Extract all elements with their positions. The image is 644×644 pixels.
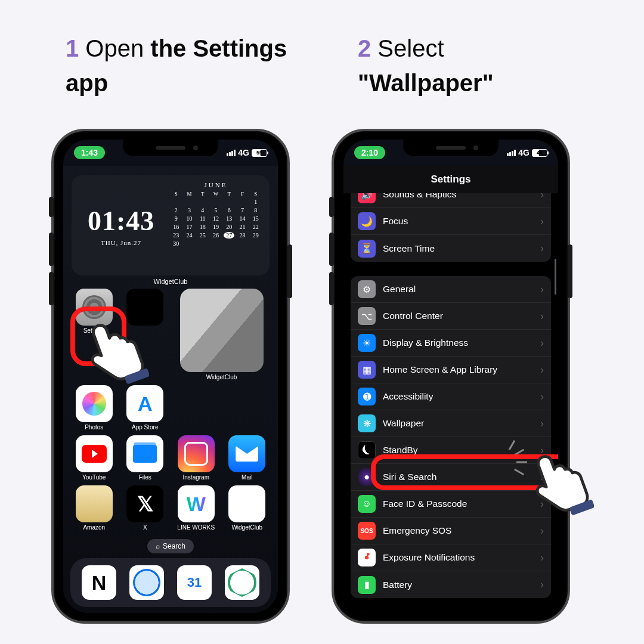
network-label: 4G (518, 148, 530, 157)
chevron-right-icon: › (540, 552, 544, 564)
app-wallet[interactable] (123, 289, 168, 380)
settings-row-general[interactable]: ⚙General› (351, 276, 551, 303)
row-label: Exposure Notifications (383, 552, 533, 563)
notch (403, 140, 499, 156)
row-label: Sounds & Haptics (383, 193, 533, 200)
display-icon: ☀ (358, 334, 376, 352)
row-label: Display & Brightness (383, 338, 533, 348)
settings-row-exposure[interactable]: Exposure Notifications› (351, 544, 551, 571)
control-icon: ⌥ (358, 307, 376, 325)
row-label: Control Center (383, 311, 533, 321)
clock-calendar-widget[interactable]: 01:43 THU, Jun.27 JUNE SMTWTFS1234567891… (72, 175, 270, 275)
chevron-right-icon: › (540, 471, 544, 484)
settings-row-control[interactable]: ⌥Control Center› (351, 303, 551, 330)
chevron-right-icon: › (540, 417, 544, 430)
dock-app-safari[interactable] (129, 565, 164, 600)
row-label: Home Screen & App Library (383, 364, 533, 375)
click-rays-icon (495, 447, 525, 477)
youtube-icon (76, 435, 113, 472)
settings-row-screentime[interactable]: ⏳Screen Time› (351, 235, 551, 262)
home-screen: 01:43 THU, Jun.27 JUNE SMTWTFS1234567891… (63, 166, 278, 613)
app-youtube[interactable]: YouTube (72, 435, 117, 481)
screentime-icon: ⏳ (358, 240, 376, 258)
row-label: Focus (383, 216, 533, 227)
chevron-right-icon: › (540, 364, 544, 376)
instagram-icon (178, 435, 215, 472)
app-mail[interactable]: Mail (225, 435, 270, 481)
wallpaper-icon: ❋ (358, 414, 376, 432)
row-label: Battery (383, 580, 533, 590)
settings-title: Settings (343, 166, 558, 193)
settings-row-sounds[interactable]: 🔊Sounds & Haptics› (351, 193, 551, 208)
widget-calendar: JUNE SMTWTFS1234567891011121314151617181… (171, 181, 261, 270)
widget-date: THU, Jun.27 (101, 239, 141, 246)
standby-icon: ⏾ (358, 441, 376, 459)
chevron-right-icon: › (540, 391, 544, 403)
chevron-right-icon: › (540, 525, 544, 537)
chevron-right-icon: › (540, 444, 544, 457)
settings-row-sos[interactable]: SOSEmergency SOS› (351, 518, 551, 544)
signal-icon (507, 150, 516, 156)
sounds-icon: 🔊 (358, 193, 376, 203)
dock-app-calendar[interactable] (177, 565, 212, 600)
row-label: Wallpaper (383, 418, 533, 429)
app-files[interactable]: Files (123, 435, 168, 481)
battery-icon: 46 (532, 149, 547, 157)
settings-row-faceid[interactable]: ☺Face ID & Passcode› (351, 491, 551, 518)
row-label: Accessibility (383, 391, 533, 402)
app-appstore[interactable]: A App Store (123, 385, 168, 431)
app-amazon[interactable]: Amazon (72, 485, 117, 531)
spotlight-search[interactable]: ⌕ Search (147, 539, 194, 553)
exposure-icon (358, 549, 376, 566)
battery-icon: 59 (252, 149, 267, 157)
x-icon: 𝕏 (126, 485, 163, 522)
chevron-right-icon: › (540, 310, 544, 323)
row-label: Face ID & Passcode (383, 499, 533, 509)
row-label: Emergency SOS (383, 525, 533, 536)
settings-row-home[interactable]: ▦Home Screen & App Library› (351, 357, 551, 383)
amazon-icon (76, 485, 113, 522)
home-icon: ▦ (358, 361, 376, 379)
signal-icon (227, 150, 236, 156)
photo-widget[interactable]: WidgetClub (174, 289, 270, 380)
app-lineworks[interactable]: LINE WORKS (174, 485, 219, 531)
chevron-right-icon: › (540, 337, 544, 349)
settings-list[interactable]: 🔊Sounds & Haptics›🌙Focus›⏳Screen Time› ⚙… (343, 193, 558, 613)
files-icon (126, 435, 163, 472)
app-photos[interactable]: Photos (72, 385, 117, 431)
app-instagram[interactable]: Instagram (174, 435, 219, 481)
scroll-indicator (555, 259, 556, 295)
chevron-right-icon: › (540, 498, 544, 510)
faceid-icon: ☺ (358, 495, 376, 513)
phone-frame-2: 2:10 4G 46 Settings 🔊Sounds & Haptics›🌙F… (332, 129, 570, 624)
settings-row-wallpaper[interactable]: ❋Wallpaper› (351, 410, 551, 437)
dock-app-notion[interactable]: N (82, 565, 116, 600)
settings-row-focus[interactable]: 🌙Focus› (351, 208, 551, 235)
access-icon: ➊ (358, 388, 376, 405)
step-2-heading: 2 Select"Wallpaper" (358, 31, 608, 100)
widget-time: 01:43 (88, 205, 154, 237)
widget-label: WidgetClub (72, 278, 270, 285)
chevron-right-icon: › (540, 242, 544, 255)
settings-row-battery[interactable]: ▮Battery› (351, 571, 551, 598)
app-settings[interactable]: Settings (72, 289, 117, 380)
phone-frame-1: 1:43 4G 59 01:43 THU, Jun.27 JUNE SMTWTF… (51, 129, 290, 624)
dock: N (70, 558, 271, 607)
chevron-right-icon: › (540, 193, 544, 201)
wallet-icon (126, 289, 163, 326)
sos-icon: SOS (358, 522, 376, 540)
svg-rect-1 (569, 499, 594, 515)
app-x[interactable]: 𝕏 X (123, 485, 168, 531)
dock-app-chatgpt[interactable] (225, 565, 259, 600)
chevron-right-icon: › (540, 578, 544, 591)
chevron-right-icon: › (540, 215, 544, 228)
battery-icon: ▮ (358, 576, 376, 594)
settings-row-access[interactable]: ➊Accessibility› (351, 383, 551, 410)
settings-row-display[interactable]: ☀Display & Brightness› (351, 330, 551, 357)
app-widgetclub[interactable]: WidgetClub (225, 485, 270, 531)
row-label: Screen Time (383, 243, 533, 254)
search-icon: ⌕ (156, 542, 160, 550)
general-icon: ⚙ (358, 280, 376, 298)
step-1-heading: 1 Open the Settings app (66, 31, 304, 100)
mail-icon (228, 435, 265, 472)
